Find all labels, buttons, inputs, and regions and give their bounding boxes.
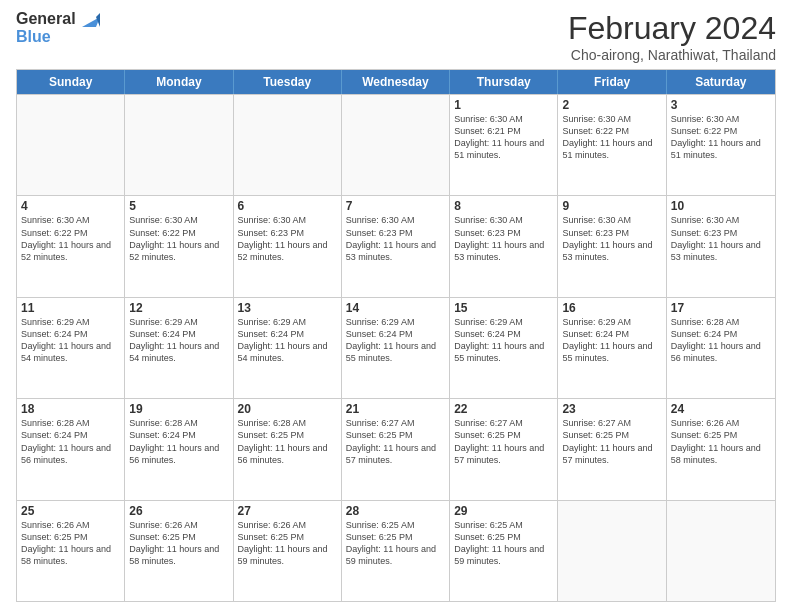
calendar-header: SundayMondayTuesdayWednesdayThursdayFrid… — [17, 70, 775, 94]
weekday-header-wednesday: Wednesday — [342, 70, 450, 94]
day-number: 11 — [21, 301, 120, 315]
weekday-header-saturday: Saturday — [667, 70, 775, 94]
calendar-cell-2-7: 10Sunrise: 6:30 AM Sunset: 6:23 PM Dayli… — [667, 196, 775, 296]
calendar-week-5: 25Sunrise: 6:26 AM Sunset: 6:25 PM Dayli… — [17, 500, 775, 601]
day-number: 24 — [671, 402, 771, 416]
day-info: Sunrise: 6:25 AM Sunset: 6:25 PM Dayligh… — [346, 519, 445, 568]
day-info: Sunrise: 6:28 AM Sunset: 6:24 PM Dayligh… — [21, 417, 120, 466]
calendar-cell-1-6: 2Sunrise: 6:30 AM Sunset: 6:22 PM Daylig… — [558, 95, 666, 195]
calendar-cell-1-4 — [342, 95, 450, 195]
day-info: Sunrise: 6:30 AM Sunset: 6:23 PM Dayligh… — [238, 214, 337, 263]
main-title: February 2024 — [568, 10, 776, 47]
subtitle: Cho-airong, Narathiwat, Thailand — [568, 47, 776, 63]
calendar-cell-4-6: 23Sunrise: 6:27 AM Sunset: 6:25 PM Dayli… — [558, 399, 666, 499]
day-number: 6 — [238, 199, 337, 213]
day-info: Sunrise: 6:29 AM Sunset: 6:24 PM Dayligh… — [238, 316, 337, 365]
calendar-cell-1-7: 3Sunrise: 6:30 AM Sunset: 6:22 PM Daylig… — [667, 95, 775, 195]
calendar-cell-5-5: 29Sunrise: 6:25 AM Sunset: 6:25 PM Dayli… — [450, 501, 558, 601]
weekday-header-monday: Monday — [125, 70, 233, 94]
day-number: 4 — [21, 199, 120, 213]
calendar-cell-1-3 — [234, 95, 342, 195]
day-number: 8 — [454, 199, 553, 213]
day-number: 15 — [454, 301, 553, 315]
day-info: Sunrise: 6:29 AM Sunset: 6:24 PM Dayligh… — [129, 316, 228, 365]
day-number: 21 — [346, 402, 445, 416]
calendar-cell-3-6: 16Sunrise: 6:29 AM Sunset: 6:24 PM Dayli… — [558, 298, 666, 398]
day-info: Sunrise: 6:30 AM Sunset: 6:22 PM Dayligh… — [671, 113, 771, 162]
weekday-header-friday: Friday — [558, 70, 666, 94]
day-number: 1 — [454, 98, 553, 112]
day-number: 16 — [562, 301, 661, 315]
day-info: Sunrise: 6:26 AM Sunset: 6:25 PM Dayligh… — [129, 519, 228, 568]
day-number: 26 — [129, 504, 228, 518]
day-number: 25 — [21, 504, 120, 518]
day-number: 12 — [129, 301, 228, 315]
day-number: 3 — [671, 98, 771, 112]
calendar-week-4: 18Sunrise: 6:28 AM Sunset: 6:24 PM Dayli… — [17, 398, 775, 499]
calendar-cell-3-4: 14Sunrise: 6:29 AM Sunset: 6:24 PM Dayli… — [342, 298, 450, 398]
page: General Blue February 2024 Cho-airong, N… — [0, 0, 792, 612]
calendar-cell-2-5: 8Sunrise: 6:30 AM Sunset: 6:23 PM Daylig… — [450, 196, 558, 296]
calendar-body: 1Sunrise: 6:30 AM Sunset: 6:21 PM Daylig… — [17, 94, 775, 601]
calendar-cell-5-4: 28Sunrise: 6:25 AM Sunset: 6:25 PM Dayli… — [342, 501, 450, 601]
calendar-cell-2-3: 6Sunrise: 6:30 AM Sunset: 6:23 PM Daylig… — [234, 196, 342, 296]
calendar-cell-5-2: 26Sunrise: 6:26 AM Sunset: 6:25 PM Dayli… — [125, 501, 233, 601]
weekday-header-tuesday: Tuesday — [234, 70, 342, 94]
day-number: 14 — [346, 301, 445, 315]
day-info: Sunrise: 6:25 AM Sunset: 6:25 PM Dayligh… — [454, 519, 553, 568]
day-info: Sunrise: 6:30 AM Sunset: 6:22 PM Dayligh… — [562, 113, 661, 162]
day-info: Sunrise: 6:28 AM Sunset: 6:24 PM Dayligh… — [129, 417, 228, 466]
day-number: 18 — [21, 402, 120, 416]
calendar-cell-1-1 — [17, 95, 125, 195]
calendar-cell-4-7: 24Sunrise: 6:26 AM Sunset: 6:25 PM Dayli… — [667, 399, 775, 499]
calendar-week-1: 1Sunrise: 6:30 AM Sunset: 6:21 PM Daylig… — [17, 94, 775, 195]
calendar-cell-5-7 — [667, 501, 775, 601]
day-info: Sunrise: 6:30 AM Sunset: 6:22 PM Dayligh… — [129, 214, 228, 263]
calendar-cell-4-2: 19Sunrise: 6:28 AM Sunset: 6:24 PM Dayli… — [125, 399, 233, 499]
day-number: 2 — [562, 98, 661, 112]
day-info: Sunrise: 6:30 AM Sunset: 6:23 PM Dayligh… — [454, 214, 553, 263]
day-number: 27 — [238, 504, 337, 518]
day-number: 23 — [562, 402, 661, 416]
title-block: February 2024 Cho-airong, Narathiwat, Th… — [568, 10, 776, 63]
header: General Blue February 2024 Cho-airong, N… — [16, 10, 776, 63]
day-info: Sunrise: 6:30 AM Sunset: 6:22 PM Dayligh… — [21, 214, 120, 263]
calendar: SundayMondayTuesdayWednesdayThursdayFrid… — [16, 69, 776, 602]
calendar-cell-3-3: 13Sunrise: 6:29 AM Sunset: 6:24 PM Dayli… — [234, 298, 342, 398]
day-number: 29 — [454, 504, 553, 518]
calendar-cell-2-4: 7Sunrise: 6:30 AM Sunset: 6:23 PM Daylig… — [342, 196, 450, 296]
day-number: 5 — [129, 199, 228, 213]
day-number: 20 — [238, 402, 337, 416]
weekday-header-sunday: Sunday — [17, 70, 125, 94]
calendar-week-3: 11Sunrise: 6:29 AM Sunset: 6:24 PM Dayli… — [17, 297, 775, 398]
day-info: Sunrise: 6:27 AM Sunset: 6:25 PM Dayligh… — [346, 417, 445, 466]
day-info: Sunrise: 6:28 AM Sunset: 6:24 PM Dayligh… — [671, 316, 771, 365]
day-info: Sunrise: 6:26 AM Sunset: 6:25 PM Dayligh… — [238, 519, 337, 568]
calendar-cell-4-4: 21Sunrise: 6:27 AM Sunset: 6:25 PM Dayli… — [342, 399, 450, 499]
day-info: Sunrise: 6:27 AM Sunset: 6:25 PM Dayligh… — [454, 417, 553, 466]
day-info: Sunrise: 6:29 AM Sunset: 6:24 PM Dayligh… — [562, 316, 661, 365]
day-info: Sunrise: 6:30 AM Sunset: 6:23 PM Dayligh… — [562, 214, 661, 263]
logo-text: General Blue — [16, 10, 100, 45]
calendar-cell-4-5: 22Sunrise: 6:27 AM Sunset: 6:25 PM Dayli… — [450, 399, 558, 499]
calendar-cell-4-3: 20Sunrise: 6:28 AM Sunset: 6:25 PM Dayli… — [234, 399, 342, 499]
day-number: 19 — [129, 402, 228, 416]
day-number: 22 — [454, 402, 553, 416]
calendar-cell-2-2: 5Sunrise: 6:30 AM Sunset: 6:22 PM Daylig… — [125, 196, 233, 296]
calendar-week-2: 4Sunrise: 6:30 AM Sunset: 6:22 PM Daylig… — [17, 195, 775, 296]
day-number: 28 — [346, 504, 445, 518]
day-info: Sunrise: 6:29 AM Sunset: 6:24 PM Dayligh… — [454, 316, 553, 365]
day-info: Sunrise: 6:26 AM Sunset: 6:25 PM Dayligh… — [21, 519, 120, 568]
day-number: 13 — [238, 301, 337, 315]
day-number: 10 — [671, 199, 771, 213]
calendar-cell-1-2 — [125, 95, 233, 195]
day-info: Sunrise: 6:29 AM Sunset: 6:24 PM Dayligh… — [346, 316, 445, 365]
calendar-cell-5-3: 27Sunrise: 6:26 AM Sunset: 6:25 PM Dayli… — [234, 501, 342, 601]
calendar-cell-3-2: 12Sunrise: 6:29 AM Sunset: 6:24 PM Dayli… — [125, 298, 233, 398]
calendar-cell-3-7: 17Sunrise: 6:28 AM Sunset: 6:24 PM Dayli… — [667, 298, 775, 398]
calendar-cell-2-6: 9Sunrise: 6:30 AM Sunset: 6:23 PM Daylig… — [558, 196, 666, 296]
calendar-cell-4-1: 18Sunrise: 6:28 AM Sunset: 6:24 PM Dayli… — [17, 399, 125, 499]
calendar-cell-3-5: 15Sunrise: 6:29 AM Sunset: 6:24 PM Dayli… — [450, 298, 558, 398]
day-number: 7 — [346, 199, 445, 213]
calendar-cell-5-6 — [558, 501, 666, 601]
